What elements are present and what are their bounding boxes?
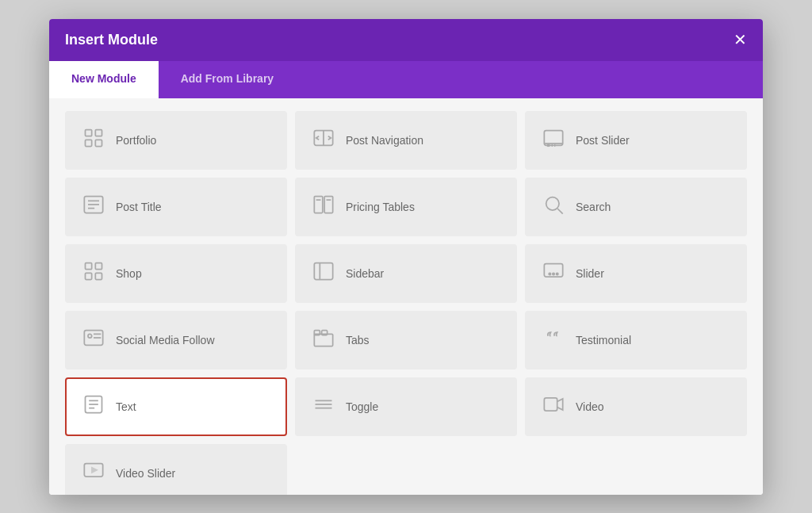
insert-module-modal: Insert Module ✕ New Module Add From Libr… <box>49 19 763 495</box>
module-label-tabs: Tabs <box>346 334 370 346</box>
module-item-testimonial[interactable]: Testimonial <box>525 311 747 369</box>
module-label-search: Search <box>576 201 611 213</box>
module-label-text: Text <box>116 400 136 413</box>
svg-point-30 <box>557 273 558 274</box>
module-item-search[interactable]: Search <box>525 178 747 236</box>
svg-rect-37 <box>322 330 327 335</box>
search-icon <box>542 193 565 220</box>
video-icon <box>542 393 565 420</box>
tab-add-from-library[interactable]: Add From Library <box>159 61 296 98</box>
module-item-video-slider[interactable]: Video Slider <box>65 444 287 495</box>
module-label-video: Video <box>576 400 604 413</box>
module-item-post-title[interactable]: Post Title <box>65 178 287 236</box>
svg-rect-21 <box>86 262 92 269</box>
module-label-post-navigation: Post Navigation <box>346 134 423 147</box>
module-label-testimonial: Testimonial <box>576 334 631 346</box>
close-button[interactable]: ✕ <box>733 32 747 48</box>
module-label-toggle: Toggle <box>346 400 378 413</box>
module-label-slider: Slider <box>576 267 604 280</box>
post-slider-icon <box>542 127 565 154</box>
module-label-social-media-follow: Social Media Follow <box>116 334 215 346</box>
module-label-sidebar: Sidebar <box>346 267 384 280</box>
svg-rect-1 <box>95 129 102 136</box>
module-item-sidebar[interactable]: Sidebar <box>295 244 517 303</box>
svg-rect-16 <box>324 196 333 212</box>
module-label-shop: Shop <box>116 267 142 280</box>
modal-body: PortfolioPost NavigationPost SliderPost … <box>49 98 763 495</box>
svg-point-29 <box>553 273 554 274</box>
portfolio-icon <box>82 127 105 154</box>
svg-rect-3 <box>95 140 102 146</box>
module-item-tabs[interactable]: Tabs <box>295 311 517 369</box>
module-item-toggle[interactable]: Toggle <box>295 377 517 436</box>
modal-tabs: New Module Add From Library <box>49 61 763 98</box>
svg-rect-23 <box>86 273 92 279</box>
svg-rect-25 <box>314 262 332 279</box>
module-item-video[interactable]: Video <box>525 377 747 436</box>
modules-grid: PortfolioPost NavigationPost SliderPost … <box>65 111 747 495</box>
svg-rect-15 <box>314 196 323 212</box>
module-item-slider[interactable]: Slider <box>525 244 747 303</box>
svg-marker-47 <box>92 467 98 473</box>
module-item-pricing-tables[interactable]: Pricing Tables <box>295 178 517 236</box>
social-media-follow-icon <box>82 327 105 354</box>
svg-rect-35 <box>314 334 332 346</box>
svg-rect-36 <box>314 330 320 335</box>
module-item-shop[interactable]: Shop <box>65 244 287 303</box>
modal-title: Insert Module <box>65 32 158 48</box>
shop-icon <box>82 260 105 287</box>
post-navigation-icon <box>312 127 335 154</box>
svg-point-19 <box>546 197 559 209</box>
pricing-tables-icon <box>312 193 335 220</box>
testimonial-icon <box>542 327 565 354</box>
module-item-social-media-follow[interactable]: Social Media Follow <box>65 311 287 369</box>
svg-rect-24 <box>95 273 102 279</box>
svg-rect-0 <box>86 129 92 136</box>
toggle-icon <box>312 393 335 420</box>
svg-rect-2 <box>86 140 92 146</box>
sidebar-icon <box>312 260 335 287</box>
module-label-video-slider: Video Slider <box>116 467 175 480</box>
module-label-pricing-tables: Pricing Tables <box>346 201 415 213</box>
tab-new-module[interactable]: New Module <box>49 61 159 98</box>
svg-rect-22 <box>95 262 102 269</box>
module-item-portfolio[interactable]: Portfolio <box>65 111 287 170</box>
module-item-text[interactable]: Text <box>65 377 287 436</box>
svg-point-28 <box>549 273 550 274</box>
module-label-post-title: Post Title <box>116 201 162 213</box>
module-label-portfolio: Portfolio <box>116 134 156 147</box>
module-item-post-navigation[interactable]: Post Navigation <box>295 111 517 170</box>
video-slider-icon <box>82 460 105 487</box>
svg-point-32 <box>88 334 92 338</box>
post-title-icon <box>82 193 105 220</box>
modal-header: Insert Module ✕ <box>49 19 763 61</box>
modal-overlay: Insert Module ✕ New Module Add From Libr… <box>0 0 812 513</box>
module-label-post-slider: Post Slider <box>576 134 630 147</box>
svg-line-20 <box>557 209 562 213</box>
tabs-icon <box>312 327 335 354</box>
module-item-post-slider[interactable]: Post Slider <box>525 111 747 170</box>
slider-icon <box>542 260 565 287</box>
svg-rect-45 <box>544 397 557 410</box>
text-icon <box>82 393 105 420</box>
